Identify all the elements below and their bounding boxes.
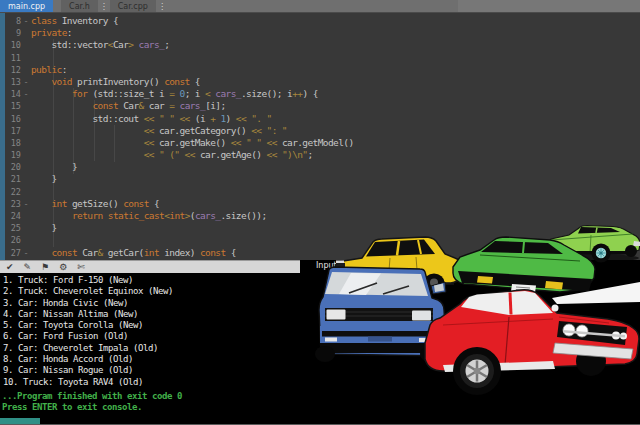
code-line: 26 — [0, 234, 640, 246]
tab-main-cpp[interactable]: main.cpp — [0, 0, 53, 12]
fold-marker-icon — [21, 125, 31, 137]
code-text: std::cout << " " << (i + 1) << ". " — [31, 113, 272, 125]
console-panel[interactable]: ✔✎⚑⚙✄ Input 1. Truck: Ford F-150 (New)2.… — [0, 260, 640, 425]
fold-marker-icon — [21, 149, 31, 161]
code-text: } — [31, 222, 57, 234]
code-line: 19 << " (" << car.getAge() << ")\n"; — [0, 149, 640, 161]
fold-marker-icon — [21, 210, 31, 222]
gear-icon[interactable]: ⚙ — [59, 261, 67, 273]
code-text: << " (" << car.getAge() << ")\n"; — [31, 149, 313, 161]
code-line: 25 } — [0, 222, 640, 234]
clear-icon[interactable]: ✄ — [77, 261, 85, 273]
fold-marker-icon — [21, 173, 31, 185]
fold-marker-icon[interactable]: - — [21, 76, 31, 88]
code-line: 16 std::cout << " " << (i + 1) << ". " — [0, 113, 640, 125]
console-line: 1. Truck: Ford F-150 (New) — [3, 275, 173, 286]
flag-icon[interactable]: ⚑ — [41, 261, 49, 273]
console-line: 9. Car: Nissan Rogue (Old) — [3, 365, 173, 376]
console-status: ...Program finished with exit code 0 Pre… — [2, 391, 182, 413]
code-text: void printInventory() const { — [31, 76, 200, 88]
tab-menu-dots-icon[interactable]: ⋮ — [98, 0, 110, 12]
ide-window: main.cpp Car.h ⋮ Car.cpp ⋮ 8-class Inven… — [0, 0, 640, 425]
console-line: 10. Truck: Toyota RAV4 (Old) — [3, 377, 173, 388]
console-line: 7. Car: Cheverolet Impala (Old) — [3, 343, 173, 354]
code-text: << car.getCategory() << ": " — [31, 125, 287, 137]
code-line: 24 return static_cast<int>(cars_.size())… — [0, 210, 640, 222]
code-text: const Car& car = cars_[i]; — [31, 100, 226, 112]
fold-marker-icon — [21, 137, 31, 149]
fold-marker-icon — [21, 52, 31, 64]
window-bottom-edge — [0, 424, 640, 425]
code-text: private: — [31, 27, 72, 39]
code-line: 20 } — [0, 161, 640, 173]
code-line: 21 } — [0, 173, 640, 185]
console-line: 3. Car: Honda Civic (New) — [3, 298, 173, 309]
fold-marker-icon — [21, 234, 31, 246]
code-text: public: — [31, 64, 67, 76]
fold-marker-icon — [21, 113, 31, 125]
code-line: 8-class Inventory { — [0, 15, 640, 27]
tab-car-h[interactable]: Car.h — [61, 0, 98, 12]
code-line: 12 public: — [0, 64, 640, 76]
console-line: 2. Truck: Cheverolet Equinox (New) — [3, 286, 173, 297]
fold-marker-icon — [21, 100, 31, 112]
console-line: 8. Car: Honda Accord (Old) — [3, 354, 173, 365]
status-line: ...Program finished with exit code 0 — [2, 391, 182, 402]
code-line: 17 << car.getCategory() << ": " — [0, 125, 640, 137]
fold-marker-icon[interactable]: - — [21, 198, 31, 210]
code-text: class Inventory { — [31, 15, 118, 27]
code-lines: 8-class Inventory {9 private:10 std::vec… — [0, 15, 640, 259]
code-line: 10 std::vector<Car> cars_; — [0, 39, 640, 51]
code-line: 14- for (std::size_t i = 0; i < cars_.si… — [0, 88, 640, 100]
code-line: 23- int getSize() const { — [0, 198, 640, 210]
code-line: 13- void printInventory() const { — [0, 76, 640, 88]
code-line: 22 — [0, 186, 640, 198]
fold-marker-icon — [21, 27, 31, 39]
code-line: 11 — [0, 52, 640, 64]
fold-marker-icon — [21, 64, 31, 76]
code-text: } — [31, 173, 57, 185]
check-icon[interactable]: ✔ — [6, 261, 14, 273]
code-editor[interactable]: 8-class Inventory {9 private:10 std::vec… — [0, 13, 640, 260]
fold-marker-icon[interactable]: - — [21, 247, 31, 259]
fold-marker-icon — [21, 222, 31, 234]
console-toolbar: ✔✎⚑⚙✄ — [0, 260, 300, 273]
code-text: std::vector<Car> cars_; — [31, 39, 169, 51]
code-line: 18 << car.getMake() << " " << car.getMod… — [0, 137, 640, 149]
fold-marker-icon[interactable]: - — [21, 15, 31, 27]
tab-bar: main.cpp Car.h ⋮ Car.cpp ⋮ — [0, 0, 640, 13]
code-text: << car.getMake() << " " << car.getModel(… — [31, 137, 354, 149]
code-line: 15 const Car& car = cars_[i]; — [0, 100, 640, 112]
pencil-icon[interactable]: ✎ — [24, 261, 32, 273]
console-line: 6. Car: Ford Fusion (Old) — [3, 331, 173, 342]
console-output: 1. Truck: Ford F-150 (New)2. Truck: Chev… — [3, 275, 173, 388]
code-line: 27- const Car& getCar(int index) const { — [0, 247, 640, 259]
code-text: for (std::size_t i = 0; i < cars_.size()… — [31, 88, 318, 100]
fold-marker-icon[interactable]: - — [21, 88, 31, 100]
fold-marker-icon — [21, 39, 31, 51]
fold-marker-icon — [21, 161, 31, 173]
code-text: int getSize() const { — [31, 198, 159, 210]
code-text: return static_cast<int>(cars_.size()); — [31, 210, 267, 222]
console-line: 4. Car: Nissan Altima (New) — [3, 309, 173, 320]
status-line: Press ENTER to exit console. — [2, 402, 182, 413]
code-line: 9 private: — [0, 27, 640, 39]
tab-menu-dots-icon[interactable]: ⋮ — [156, 0, 168, 12]
console-input-label[interactable]: Input — [316, 261, 337, 270]
fold-marker-icon — [21, 186, 31, 198]
tab-bar-empty-space — [168, 0, 640, 12]
tab-car-cpp[interactable]: Car.cpp — [110, 0, 156, 12]
console-line: 5. Car: Toyota Corolla (New) — [3, 320, 173, 331]
code-text: } — [31, 161, 77, 173]
code-text: const Car& getCar(int index) const { — [31, 247, 236, 259]
editor-left-strip — [0, 13, 5, 260]
